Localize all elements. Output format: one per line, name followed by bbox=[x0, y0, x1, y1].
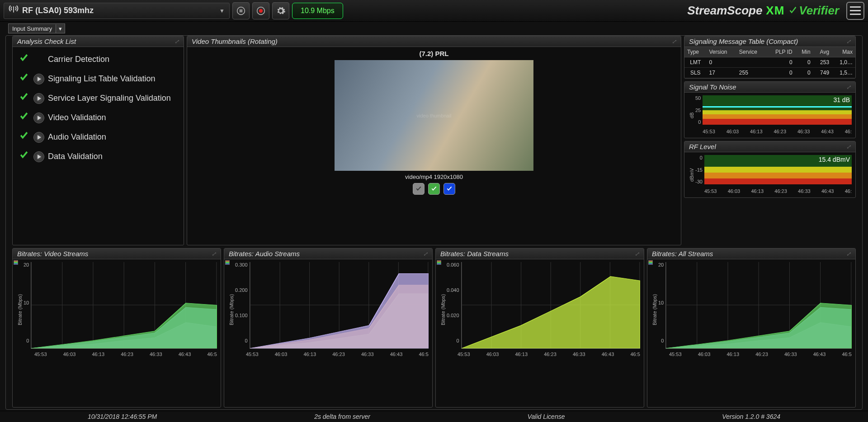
video-toggle-row bbox=[412, 183, 456, 195]
signaling-table: TypeVersionServicePLP IDMinAvgMax LMT000… bbox=[684, 47, 855, 78]
record-button[interactable] bbox=[252, 2, 269, 19]
grip-icon[interactable]: ⤢ bbox=[846, 144, 851, 150]
grip-icon[interactable]: ⤢ bbox=[846, 84, 851, 90]
checklist-item[interactable]: Carrier Detection bbox=[16, 50, 180, 69]
panel-title: RF Level bbox=[689, 143, 716, 150]
main-grid: Analysis Check List⤢ Carrier DetectionSi… bbox=[5, 35, 863, 410]
check-icon bbox=[18, 53, 30, 66]
video-channel-label: (7.2) PRL bbox=[419, 50, 448, 57]
play-icon[interactable] bbox=[33, 151, 44, 162]
footer-delta: 2s delta from server bbox=[314, 413, 370, 420]
footer-license: Valid License bbox=[528, 413, 565, 420]
signaling-table-panel: Signaling Message Table (Compact)⤢ TypeV… bbox=[684, 36, 856, 79]
checklist-item[interactable]: Service Layer Signaling Validation bbox=[16, 89, 180, 108]
panel-title: Analysis Check List bbox=[17, 38, 76, 45]
checklist-label: Service Layer Signaling Validation bbox=[48, 94, 171, 103]
right-column: Signaling Message Table (Compact)⤢ TypeV… bbox=[684, 36, 856, 245]
svg-rect-1 bbox=[240, 9, 243, 12]
video-caption: video/mp4 1920x1080 bbox=[405, 173, 463, 180]
bitrates-video-panel: Bitrates: Video Streams⤢ Bitrate (Mbps)2… bbox=[12, 248, 221, 408]
bitrate-row: Bitrates: Video Streams⤢ Bitrate (Mbps)2… bbox=[12, 248, 856, 408]
play-icon[interactable] bbox=[33, 113, 44, 123]
chevron-down-icon: ▼ bbox=[219, 8, 225, 14]
footer-version: Version 1.2.0 # 3624 bbox=[722, 413, 780, 420]
antenna-icon bbox=[9, 5, 19, 17]
topbar: RF (LSA0) 593mhz ▼ 10.9 Mbps StreamScope… bbox=[0, 0, 868, 22]
snr-panel: Signal To Noise⤢ dB 50250 31 dB 45:5346:… bbox=[684, 81, 856, 138]
toggle-button-gray[interactable] bbox=[413, 183, 425, 195]
snr-chart: dB 50250 31 dB 45:5346:0346:1346:2346:33… bbox=[688, 95, 852, 135]
toggle-button-blue[interactable] bbox=[443, 183, 455, 195]
bitrates-all-panel: Bitrates: All Streams⤢ Bitrate (Mbps)201… bbox=[647, 248, 856, 408]
checklist-label: Carrier Detection bbox=[48, 55, 109, 64]
rf-chart: dBmV 0-15-30 15.4 dBmV 45:5346:0346:1346… bbox=[688, 155, 852, 195]
video-thumbnail[interactable]: video thumbnail bbox=[335, 60, 533, 171]
subbar: Input Summary ▾ bbox=[0, 22, 868, 35]
checklist-item[interactable]: Video Validation bbox=[16, 108, 180, 127]
checklist-label: Signaling List Table Validation bbox=[48, 74, 156, 84]
panel-title: Signaling Message Table (Compact) bbox=[689, 38, 798, 45]
grip-icon[interactable]: ⤢ bbox=[846, 38, 851, 45]
checklist-item[interactable]: Audio Validation bbox=[16, 127, 180, 147]
checklist-label: Audio Validation bbox=[48, 132, 106, 142]
grip-icon[interactable]: ⤢ bbox=[672, 38, 676, 45]
settings-button[interactable] bbox=[272, 2, 289, 19]
chevron-down-icon: ▾ bbox=[56, 24, 65, 33]
rf-source-dropdown[interactable]: RF (LSA0) 593mhz ▼ bbox=[4, 3, 230, 19]
panel-title: Bitrates: Data Streams bbox=[440, 250, 509, 258]
checklist-item[interactable]: Signaling List Table Validation bbox=[16, 69, 180, 89]
check-icon bbox=[18, 150, 30, 163]
grip-icon[interactable]: ⤢ bbox=[846, 251, 851, 257]
grip-icon[interactable]: ⤢ bbox=[635, 251, 639, 257]
check-icon bbox=[18, 131, 30, 143]
check-icon bbox=[18, 92, 30, 104]
checklist-label: Video Validation bbox=[48, 113, 106, 122]
check-icon bbox=[18, 112, 30, 124]
panel-title: Bitrates: All Streams bbox=[652, 250, 713, 258]
panel-title: Bitrates: Video Streams bbox=[17, 250, 88, 258]
footer: 10/31/2018 12:46:55 PM 2s delta from ser… bbox=[0, 411, 868, 422]
bitrates-audio-panel: Bitrates: Audio Streams⤢ Bitrate (Mbps)0… bbox=[224, 248, 433, 408]
checklist-panel: Analysis Check List⤢ Carrier DetectionSi… bbox=[12, 36, 184, 245]
hamburger-menu-button[interactable] bbox=[846, 2, 864, 20]
table-row[interactable]: LMT0002531,0… bbox=[684, 57, 855, 68]
grip-icon[interactable]: ⤢ bbox=[175, 38, 179, 45]
panel-title: Video Thumbnails (Rotating) bbox=[192, 38, 278, 45]
rf-level-panel: RF Level⤢ dBmV 0-15-30 15.4 dBmV 45:5346… bbox=[684, 141, 856, 198]
brand-logo: StreamScope XM Verifier bbox=[687, 4, 839, 18]
grip-icon[interactable]: ⤢ bbox=[423, 251, 428, 257]
bitrate-display: 10.9 Mbps bbox=[292, 3, 343, 19]
checklist-item[interactable]: Data Validation bbox=[16, 147, 180, 166]
play-icon[interactable] bbox=[33, 132, 44, 143]
footer-time: 10/31/2018 12:46:55 PM bbox=[88, 413, 157, 420]
panel-title: Bitrates: Audio Streams bbox=[229, 250, 300, 258]
svg-point-3 bbox=[259, 9, 263, 12]
check-icon bbox=[18, 73, 30, 85]
checklist-label: Data Validation bbox=[48, 152, 103, 161]
rf-source-label: RF (LSA0) 593mhz bbox=[22, 6, 94, 15]
bitrates-data-panel: Bitrates: Data Streams⤢ Bitrate (Mbps)0.… bbox=[435, 248, 644, 408]
grip-icon[interactable]: ⤢ bbox=[212, 251, 216, 257]
table-row[interactable]: SLS17255007491,5… bbox=[684, 68, 855, 78]
video-panel: Video Thumbnails (Rotating)⤢ (7.2) PRL v… bbox=[187, 36, 681, 245]
view-dropdown[interactable]: Input Summary ▾ bbox=[8, 23, 65, 33]
stop-button[interactable] bbox=[232, 2, 250, 19]
toggle-button-green[interactable] bbox=[428, 183, 440, 195]
play-icon[interactable] bbox=[33, 74, 44, 84]
play-icon[interactable] bbox=[33, 93, 44, 104]
panel-title: Signal To Noise bbox=[689, 83, 736, 91]
verifier-check-icon bbox=[788, 6, 798, 16]
